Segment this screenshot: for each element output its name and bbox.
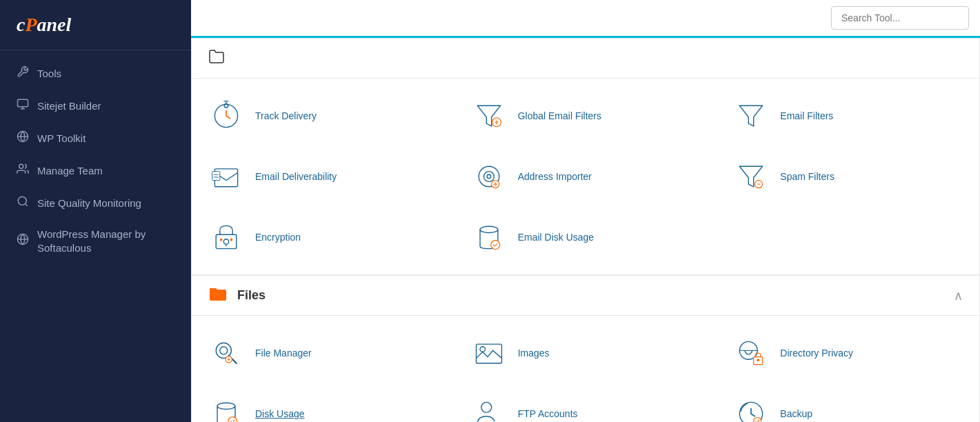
tool-address-importer[interactable]: Address Importer <box>454 146 717 207</box>
tool-disk-usage-label: Disk Usage <box>255 408 305 419</box>
svg-point-50 <box>228 417 237 422</box>
tool-images[interactable]: Images <box>454 323 717 383</box>
search-icon <box>17 195 29 211</box>
tool-backup[interactable]: Backup <box>717 383 979 422</box>
sidebar-item-wp-toolkit-label: WP Toolkit <box>37 132 86 145</box>
files-section-header[interactable]: Files ∧ <box>192 276 979 316</box>
email-disk-usage-icon <box>471 219 507 255</box>
sidebar-nav: Tools Sitejet Builder WP Toolkit <box>0 50 191 270</box>
sidebar-item-site-quality[interactable]: Site Quality Monitoring <box>0 187 191 219</box>
email-tools-grid: Track Delivery Global Email Filters <box>192 79 979 274</box>
ftp-accounts-icon: FTP <box>471 396 507 422</box>
svg-point-51 <box>481 402 492 412</box>
files-section-title: Files <box>237 288 266 303</box>
file-manager-icon <box>208 335 244 371</box>
tool-email-filters-label: Email Filters <box>780 110 833 121</box>
tool-email-disk-usage-label: Email Disk Usage <box>518 232 594 243</box>
sidebar-item-wp-manager[interactable]: WordPress Manager by Softaculous <box>0 219 191 263</box>
svg-point-4 <box>19 164 23 168</box>
main-content: Track Delivery Global Email Filters <box>191 0 980 422</box>
topbar <box>191 0 980 38</box>
svg-point-33 <box>220 239 223 241</box>
svg-point-44 <box>480 347 485 352</box>
tool-spam-filters-label: Spam Filters <box>780 171 834 182</box>
email-title-row <box>208 48 225 68</box>
files-collapse-toggle[interactable]: ∧ <box>954 288 963 303</box>
encryption-icon <box>208 219 244 255</box>
email-section-header[interactable] <box>192 39 979 79</box>
svg-line-6 <box>25 203 27 205</box>
svg-rect-0 <box>18 99 28 107</box>
tool-track-delivery[interactable]: Track Delivery <box>192 86 454 146</box>
svg-point-5 <box>18 197 26 205</box>
wordpress-icon <box>17 130 29 146</box>
svg-point-22 <box>483 172 494 182</box>
tool-track-delivery-label: Track Delivery <box>255 110 317 121</box>
directory-privacy-icon <box>733 335 769 371</box>
email-filters-icon <box>733 98 769 134</box>
tool-images-label: Images <box>518 348 550 359</box>
backup-icon <box>733 396 769 422</box>
svg-point-23 <box>487 174 491 179</box>
email-deliverability-icon <box>208 159 244 194</box>
svg-point-54 <box>754 418 761 422</box>
sidebar-item-manage-team[interactable]: Manage Team <box>0 154 191 187</box>
content-area: Track Delivery Global Email Filters <box>191 38 980 422</box>
logo: cPanel <box>17 14 174 36</box>
global-email-filters-icon <box>471 98 507 134</box>
tool-file-manager-label: File Manager <box>255 348 312 359</box>
search-input[interactable] <box>831 6 969 30</box>
spam-filters-icon <box>733 159 769 194</box>
svg-point-49 <box>217 403 235 409</box>
track-delivery-icon <box>208 98 244 134</box>
svg-point-34 <box>230 239 233 241</box>
tool-file-manager[interactable]: File Manager <box>192 323 454 383</box>
tool-email-deliverability[interactable]: Email Deliverability <box>192 146 454 207</box>
tool-email-deliverability-label: Email Deliverability <box>255 171 337 182</box>
svg-point-48 <box>757 359 760 361</box>
files-tools-grid: File Manager Images <box>192 316 979 422</box>
tool-directory-privacy[interactable]: Directory Privacy <box>717 323 979 383</box>
files-folder-icon <box>208 285 228 305</box>
tool-encryption[interactable]: Encryption <box>192 207 454 268</box>
svg-point-31 <box>223 239 228 244</box>
tool-backup-label: Backup <box>780 408 812 419</box>
sidebar-item-wp-toolkit[interactable]: WP Toolkit <box>0 122 191 154</box>
files-title-row: Files <box>208 285 266 305</box>
sidebar-item-wp-manager-label: WordPress Manager by Softaculous <box>37 228 174 254</box>
sidebar-item-tools[interactable]: Tools <box>0 57 191 90</box>
svg-rect-18 <box>212 172 220 181</box>
address-importer-icon <box>471 159 507 194</box>
svg-rect-30 <box>216 234 237 248</box>
tool-address-importer-label: Address Importer <box>518 171 592 182</box>
svg-point-38 <box>220 347 228 354</box>
sidebar: cPanel Tools Sitejet Builder <box>0 0 191 422</box>
svg-point-35 <box>480 226 498 232</box>
email-folder-icon <box>208 48 225 68</box>
tool-email-filters[interactable]: Email Filters <box>717 86 979 146</box>
tool-email-disk-usage[interactable]: Email Disk Usage <box>454 207 717 268</box>
svg-point-36 <box>490 241 499 250</box>
tool-spam-filters[interactable]: Spam Filters <box>717 146 979 207</box>
tool-global-email-filters[interactable]: Global Email Filters <box>454 86 717 146</box>
email-section: Track Delivery Global Email Filters <box>191 38 980 275</box>
sidebar-item-sitejet[interactable]: Sitejet Builder <box>0 90 191 122</box>
images-icon <box>471 335 507 371</box>
tool-ftp-accounts[interactable]: FTP FTP Accounts <box>454 383 717 422</box>
users-icon <box>17 163 29 179</box>
tool-disk-usage[interactable]: Disk Usage <box>192 383 454 422</box>
wordpress2-icon <box>17 233 29 249</box>
tool-ftp-accounts-label: FTP Accounts <box>518 408 578 419</box>
monitor-icon <box>17 98 29 114</box>
tool-global-email-filters-label: Global Email Filters <box>518 110 601 121</box>
sidebar-item-manage-team-label: Manage Team <box>37 164 103 178</box>
tool-directory-privacy-label: Directory Privacy <box>780 348 853 359</box>
wrench-icon <box>17 66 29 81</box>
files-section: Files ∧ <box>191 275 980 422</box>
sidebar-item-sitejet-label: Sitejet Builder <box>37 99 101 113</box>
sidebar-item-site-quality-label: Site Quality Monitoring <box>37 197 141 210</box>
sidebar-item-tools-label: Tools <box>37 67 61 81</box>
tool-encryption-label: Encryption <box>255 232 301 243</box>
logo-area: cPanel <box>0 0 191 50</box>
svg-marker-16 <box>740 106 763 126</box>
